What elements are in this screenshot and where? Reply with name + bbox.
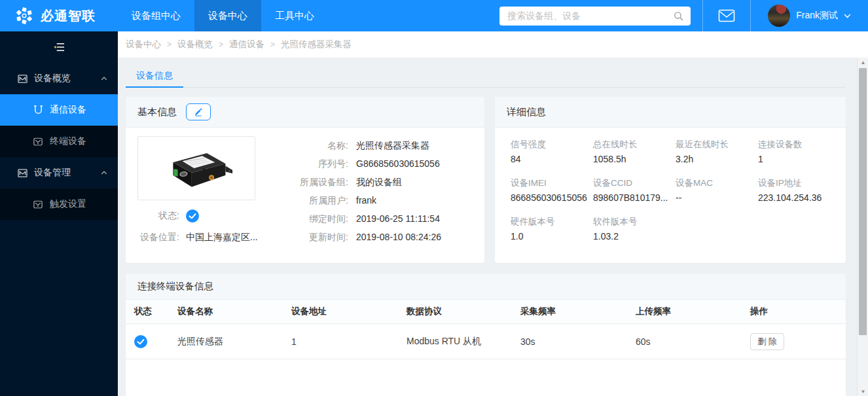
breadcrumb-separator: > [219, 40, 223, 49]
search-icon[interactable] [673, 10, 684, 22]
field-label: 名称: [289, 139, 348, 152]
detail-label: 信号强度 [511, 139, 593, 151]
detail-label: 设备MAC [676, 177, 758, 189]
tab-bar: 设备信息 [126, 58, 846, 88]
brand-name: 必通智联 [41, 7, 96, 25]
field-value: frank [356, 194, 376, 207]
basic-info-title: 基本信息 [137, 106, 177, 118]
brand[interactable]: 必通智联 [0, 0, 118, 31]
cell-device-address: 1 [291, 336, 407, 347]
field-label: 所属用户: [289, 194, 348, 207]
terminal-devices-card: 连接终端设备信息 状态 设备名称 设备地址 数据协议 采集频率 上传频率 操作 … [126, 274, 846, 396]
status-ok-icon [186, 209, 199, 223]
device-manage-icon [17, 169, 27, 177]
pencil-icon [194, 107, 203, 117]
vertical-scrollbar[interactable]: ▲ ▼ [857, 58, 868, 396]
breadcrumb: 设备中心 > 设备概览 > 通信设备 > 光照传感器采集器 [118, 31, 868, 58]
terminal-device-icon [33, 137, 43, 146]
top-nav: 设备组中心 设备中心 工具中心 [118, 0, 328, 31]
table-row: 光照传感器 1 Modbus RTU 从机 30s 60s 删 除 [126, 324, 846, 359]
terminal-table-title: 连接终端设备信息 [126, 274, 846, 300]
nav-tool-center[interactable]: 工具中心 [261, 0, 328, 31]
user-menu[interactable]: Frank测试 [751, 0, 868, 31]
scroll-down-arrow-icon[interactable]: ▼ [858, 387, 868, 396]
detail-label: 硬件版本号 [511, 216, 593, 228]
sidebar-group-label: 设备概览 [34, 73, 94, 84]
col-upload-freq: 上传频率 [636, 306, 750, 317]
sidebar-item-label: 通信设备 [50, 104, 86, 116]
detail-label: 软件版本号 [593, 216, 676, 228]
edit-device-button[interactable] [186, 103, 211, 120]
detail-label: 最近在线时长 [676, 139, 758, 151]
top-bar: 必通智联 设备组中心 设备中心 工具中心 Frank测试 [0, 0, 868, 31]
detail-value: 1058.5h [593, 154, 676, 164]
location-value: 中国上海嘉定区... [186, 232, 258, 243]
col-protocol: 数据协议 [407, 306, 520, 317]
nav-device-center[interactable]: 设备中心 [194, 0, 261, 31]
detail-value: 866856030615056 [511, 192, 593, 203]
search-box [499, 7, 691, 26]
detail-cell: 软件版本号1.03.2 [593, 216, 676, 242]
nav-device-group-center[interactable]: 设备组中心 [118, 0, 194, 31]
sidebar-collapse-button[interactable] [0, 31, 118, 63]
table-header-row: 状态 设备名称 设备地址 数据协议 采集频率 上传频率 操作 [126, 300, 846, 324]
detail-cell: 设备MAC-- [676, 177, 758, 203]
detail-label: 设备CCID [593, 177, 676, 189]
sidebar-item-comm-devices[interactable]: 通信设备 [0, 94, 118, 126]
mail-icon [718, 9, 735, 22]
messages-button[interactable] [703, 0, 750, 31]
detail-label: 设备IP地址 [758, 177, 841, 189]
col-actions: 操作 [750, 306, 846, 317]
location-label: 设备位置: [137, 232, 179, 243]
comm-device-icon [33, 105, 43, 115]
chevron-down-icon [844, 14, 851, 18]
cell-protocol: Modbus RTU 从机 [407, 336, 520, 348]
avatar [768, 5, 790, 27]
col-device-name: 设备名称 [177, 306, 291, 317]
detail-value: 84 [511, 154, 593, 164]
field-value: G866856030615056 [356, 158, 440, 170]
field-value: 2019-08-10 08:24:26 [356, 231, 441, 243]
col-status: 状态 [134, 306, 177, 317]
breadcrumb-item[interactable]: 设备中心 [126, 39, 161, 50]
sidebar-item-trigger-settings[interactable]: 触发设置 [0, 189, 118, 220]
sidebar-group-device-overview[interactable]: 设备概览 [0, 63, 118, 94]
field-value: 光照传感器采集器 [356, 139, 429, 152]
breadcrumb-separator: > [270, 40, 275, 49]
scroll-up-arrow-icon[interactable]: ▲ [858, 58, 868, 67]
detail-info-card: 详细信息 信号强度84 总在线时长1058.5h 最近在线时长3.2h 连接设备… [495, 97, 846, 263]
menu-fold-icon [54, 43, 65, 52]
sidebar-submenu-overview: 通信设备 终端设备 [0, 94, 118, 157]
breadcrumb-separator: > [167, 40, 172, 49]
sidebar-item-terminal-devices[interactable]: 终端设备 [0, 126, 118, 157]
breadcrumb-item-current: 光照传感器采集器 [281, 39, 352, 50]
field-label: 绑定时间: [289, 213, 348, 225]
sidebar-group-device-manage[interactable]: 设备管理 [0, 157, 118, 189]
sidebar-submenu-manage: 触发设置 [0, 189, 118, 220]
field-label: 序列号: [289, 158, 348, 170]
trigger-settings-icon [33, 200, 43, 209]
device-overview-icon [17, 75, 27, 83]
chevron-up-icon [101, 77, 107, 81]
status-label: 状态: [137, 210, 179, 222]
tab-device-info[interactable]: 设备信息 [126, 65, 183, 88]
detail-value: -- [676, 192, 758, 203]
search-input[interactable] [499, 7, 691, 26]
detail-cell: 硬件版本号1.0 [511, 216, 593, 242]
detail-value: 1 [758, 154, 841, 164]
cell-device-name: 光照传感器 [177, 336, 291, 348]
delete-button[interactable]: 删 除 [750, 333, 784, 350]
device-photo [137, 136, 255, 200]
detail-label: 连接设备数 [758, 139, 841, 151]
breadcrumb-item[interactable]: 设备概览 [177, 39, 213, 50]
field-label: 所属设备组: [289, 176, 348, 189]
detail-cell: 设备CCID898607B810179... [593, 177, 676, 203]
detail-cell: 总在线时长1058.5h [593, 139, 676, 164]
scrollbar-thumb[interactable] [859, 68, 867, 335]
topbar-spacer [328, 0, 499, 31]
breadcrumb-item[interactable]: 通信设备 [229, 39, 264, 50]
brand-logo-icon [14, 6, 34, 26]
detail-value: 1.0 [511, 231, 593, 242]
row-status-ok-icon [134, 335, 177, 348]
detail-cell: 最近在线时长3.2h [676, 139, 758, 164]
